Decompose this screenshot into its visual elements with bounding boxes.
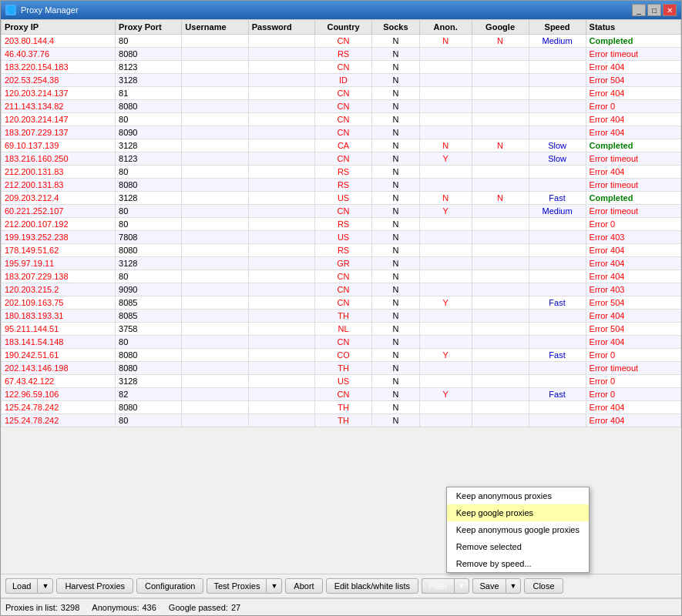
table-row[interactable]: 122.96.59.10682CNNYFastError 0 <box>2 388 681 401</box>
table-cell <box>419 74 472 87</box>
table-cell <box>248 231 314 244</box>
table-row[interactable]: 183.207.229.13880CNNError 404 <box>2 270 681 283</box>
table-row[interactable]: 203.80.144.480CNNNNMediumCompleted <box>2 35 681 48</box>
table-cell: N <box>372 388 420 401</box>
col-header-google[interactable]: Google <box>472 20 529 35</box>
harvest-proxies-button[interactable]: Harvest Proxies <box>56 578 133 594</box>
table-row[interactable]: 46.40.37.768080RSNError timeout <box>2 48 681 61</box>
col-header-username[interactable]: Username <box>182 20 248 35</box>
table-row[interactable]: 183.220.154.1838123CNNError 404 <box>2 61 681 74</box>
table-cell <box>472 87 529 100</box>
table-cell: 211.143.134.82 <box>2 100 116 113</box>
table-cell: 3128 <box>116 139 182 152</box>
table-cell <box>182 87 248 100</box>
table-row[interactable]: 183.216.160.2508123CNNYSlowError timeout <box>2 152 681 166</box>
table-cell: Error 404 <box>586 270 680 283</box>
table-row[interactable]: 212.200.131.838080RSNError timeout <box>2 179 681 192</box>
table-cell <box>529 310 586 323</box>
maximize-button[interactable]: □ <box>647 4 661 16</box>
table-row[interactable]: 190.242.51.618080CONYFastError 0 <box>2 349 681 362</box>
filter-button[interactable]: Filter <box>422 578 453 594</box>
filter-dropdown-arrow[interactable]: ▼ <box>454 578 470 594</box>
table-cell: 67.43.42.122 <box>2 375 116 388</box>
table-row[interactable]: 202.109.163.758085CNNYFastError 504 <box>2 296 681 310</box>
table-row[interactable]: 212.200.107.19280RSNError 0 <box>2 218 681 231</box>
table-row[interactable]: 120.203.214.13781CNNError 404 <box>2 87 681 100</box>
load-dropdown-arrow[interactable]: ▼ <box>37 578 53 594</box>
table-cell <box>182 192 248 205</box>
table-row[interactable]: 202.143.146.1988080THNError timeout <box>2 362 681 375</box>
save-button[interactable]: Save <box>472 578 505 594</box>
filter-dropdown-menu: Keep anonymous proxiesKeep google proxie… <box>446 487 590 573</box>
proxies-count-item: Proxies in list: 3298 <box>5 603 79 612</box>
filter-dropdown-item-3[interactable]: Remove selected <box>447 538 589 555</box>
table-row[interactable]: 209.203.212.43128USNNNFastCompleted <box>2 192 681 205</box>
table-cell <box>419 401 472 414</box>
filter-dropdown-item-1[interactable]: Keep google proxies <box>447 504 589 521</box>
col-header-ip[interactable]: Proxy IP <box>2 20 116 35</box>
table-cell: 80 <box>116 35 182 48</box>
table-row[interactable]: 125.24.78.2428080THNError 404 <box>2 401 681 414</box>
table-cell: N <box>372 179 420 192</box>
col-header-speed[interactable]: Speed <box>529 20 586 35</box>
table-row[interactable]: 125.24.78.24280THNError 404 <box>2 414 681 427</box>
table-cell <box>529 414 586 427</box>
close-button[interactable]: Close <box>524 578 563 594</box>
col-header-country[interactable]: Country <box>315 20 372 35</box>
table-row[interactable]: 120.203.214.14780CNNError 404 <box>2 113 681 126</box>
col-header-password[interactable]: Password <box>248 20 314 35</box>
table-row[interactable]: 69.10.137.1393128CANNNSlowCompleted <box>2 139 681 152</box>
table-cell: 8123 <box>116 152 182 166</box>
table-cell: N <box>419 192 472 205</box>
table-row[interactable]: 211.143.134.828080CNNError 0 <box>2 100 681 113</box>
configuration-button[interactable]: Configuration <box>136 578 203 594</box>
filter-dropdown-item-4[interactable]: Remove by speed... <box>447 555 589 572</box>
load-button[interactable]: Load <box>5 578 37 594</box>
table-cell <box>419 231 472 244</box>
toolbar: Load ▼ Harvest Proxies Configuration Tes… <box>1 574 681 598</box>
col-header-status[interactable]: Status <box>586 20 680 35</box>
col-header-anon[interactable]: Anon. <box>419 20 472 35</box>
table-row[interactable]: 120.203.215.29090CNNError 403 <box>2 283 681 296</box>
test-proxies-button[interactable]: Test Proxies <box>207 578 266 594</box>
test-dropdown-arrow[interactable]: ▼ <box>266 578 282 594</box>
table-row[interactable]: 212.200.131.8380RSNError 404 <box>2 166 681 179</box>
table-row[interactable]: 195.97.19.113128GRNError 404 <box>2 257 681 270</box>
table-row[interactable]: 67.43.42.1223128USNError 0 <box>2 375 681 388</box>
edit-blackwhite-button[interactable]: Edit black/white lists <box>326 578 418 594</box>
table-cell <box>419 257 472 270</box>
table-row[interactable]: 95.211.144.513758NLNError 504 <box>2 323 681 336</box>
minimize-button[interactable]: _ <box>632 4 646 16</box>
window-close-button[interactable]: ✕ <box>663 4 677 16</box>
table-cell: N <box>372 257 420 270</box>
col-header-socks[interactable]: Socks <box>372 20 420 35</box>
table-cell: CN <box>315 126 372 139</box>
table-cell: 199.193.252.238 <box>2 231 116 244</box>
table-cell: 183.207.229.138 <box>2 270 116 283</box>
table-cell <box>248 152 314 166</box>
abort-button[interactable]: Abort <box>285 578 322 594</box>
table-cell <box>472 349 529 362</box>
table-row[interactable]: 183.141.54.14880CNNError 404 <box>2 336 681 349</box>
table-row[interactable]: 199.193.252.2387808USNError 403 <box>2 231 681 244</box>
col-header-port[interactable]: Proxy Port <box>116 20 182 35</box>
table-cell <box>182 218 248 231</box>
table-cell: N <box>372 231 420 244</box>
table-cell <box>248 61 314 74</box>
table-row[interactable]: 183.207.229.1378090CNNError 404 <box>2 126 681 139</box>
table-cell: N <box>372 414 420 427</box>
table-cell <box>248 74 314 87</box>
filter-dropdown-item-0[interactable]: Keep anonymous proxies <box>447 487 589 504</box>
table-row[interactable]: 178.149.51.628080RSNError 404 <box>2 244 681 257</box>
table-cell: 120.203.214.137 <box>2 87 116 100</box>
table-row[interactable]: 180.183.193.318085THNError 404 <box>2 310 681 323</box>
filter-dropdown-item-2[interactable]: Keep anonymous google proxies <box>447 521 589 538</box>
table-cell <box>419 244 472 257</box>
table-cell: 9090 <box>116 283 182 296</box>
table-cell <box>182 401 248 414</box>
table-row[interactable]: 202.53.254.383128IDNError 504 <box>2 74 681 87</box>
save-dropdown-arrow[interactable]: ▼ <box>506 578 522 594</box>
table-row[interactable]: 60.221.252.10780CNNYMediumError timeout <box>2 205 681 218</box>
table-cell: CN <box>315 296 372 310</box>
table-cell <box>419 87 472 100</box>
